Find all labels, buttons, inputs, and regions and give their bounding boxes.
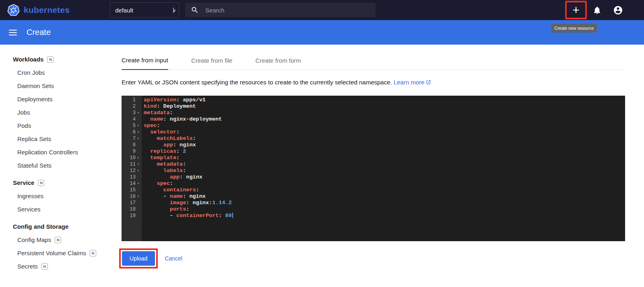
sidebar-item-deployments[interactable]: Deployments (0, 92, 111, 106)
fold-arrow-icon[interactable]: ▾ (136, 155, 141, 161)
upload-button[interactable]: Upload (122, 251, 155, 266)
namespace-selector[interactable]: default ▾ (110, 2, 179, 18)
search-input[interactable] (205, 7, 370, 14)
app-bar: Create (0, 20, 644, 45)
page-title: Create (27, 28, 51, 37)
sidebar: WorkloadsNCron JobsDaemon SetsDeployment… (0, 45, 111, 287)
line-number: 11▾ (122, 161, 142, 168)
tab-create-from-form[interactable]: Create from form (255, 57, 301, 70)
code-line: apiVersion: apps/v1 (144, 97, 625, 103)
code-line: kind: Deployment (144, 103, 625, 110)
form-actions: Upload Cancel (122, 248, 625, 269)
yaml-editor: 123▾45▾6▾7▾8910▾11▾12▾1314▾1516▾171819 a… (122, 96, 625, 241)
code-line: spec: (144, 123, 625, 129)
code-line: containers: (144, 187, 625, 193)
code-line: metadata: (144, 161, 625, 168)
fold-arrow-icon[interactable]: ▾ (136, 161, 141, 168)
text-cursor (232, 213, 233, 218)
sidebar-item-daemon-sets[interactable]: Daemon Sets (0, 79, 111, 92)
notifications-button[interactable] (592, 6, 602, 15)
add-resource-button[interactable]: + (567, 3, 585, 17)
line-number: 3▾ (122, 110, 142, 116)
content: WorkloadsNCron JobsDaemon SetsDeployment… (0, 45, 644, 287)
fold-arrow-icon[interactable]: ▾ (136, 135, 141, 142)
chevron-down-icon: ▾ (173, 8, 174, 13)
line-number: 15 (122, 187, 142, 193)
brand-home-link[interactable]: kubernetes (7, 4, 70, 16)
code-line: app: nginx (144, 142, 625, 148)
account-icon (613, 5, 623, 15)
fold-arrow-icon[interactable]: ▾ (136, 193, 141, 200)
code-line: metadata: (144, 110, 625, 116)
sidebar-item-persistent-volume-claims[interactable]: Persistent Volume ClaimsN (0, 246, 111, 260)
fold-arrow-icon[interactable]: ▾ (136, 123, 141, 129)
tab-create-from-input[interactable]: Create from input (122, 57, 168, 70)
namespaced-badge: N (41, 263, 48, 270)
code-line: spec: (144, 180, 625, 187)
kubernetes-logo-icon (7, 4, 20, 16)
sidebar-item-config-maps[interactable]: Config MapsN (0, 233, 111, 246)
external-link-icon (426, 79, 431, 86)
code-line: - containerPort: 80 (144, 213, 625, 219)
sidebar-item-replication-controllers[interactable]: Replication Controllers (0, 146, 111, 159)
search-box (185, 3, 376, 17)
code-line: - name: nginx (144, 193, 625, 200)
code-line: replicas: 2 (144, 148, 625, 155)
line-number: 10▾ (122, 155, 142, 161)
line-number: 5▾ (122, 123, 142, 129)
line-number: 4 (122, 116, 142, 123)
fold-arrow-icon[interactable]: ▾ (136, 180, 141, 187)
line-number: 18 (122, 206, 142, 213)
main-panel: Create from inputCreate from fileCreate … (111, 45, 644, 287)
sidebar-item-pods[interactable]: Pods (0, 119, 111, 132)
sidebar-item-jobs[interactable]: Jobs (0, 106, 111, 119)
line-number: 19 (122, 213, 142, 219)
sidebar-section-config-and-storage[interactable]: Config and Storage (0, 220, 111, 233)
top-bar: kubernetes default ▾ + (0, 0, 644, 20)
line-number: 12▾ (122, 168, 142, 174)
namespaced-badge: N (38, 180, 44, 186)
code-line: ports: (144, 206, 625, 213)
fold-arrow-icon[interactable]: ▾ (136, 168, 141, 174)
code-line: name: nginx-deployment (144, 116, 625, 123)
annotation-highlight-add-button: + (565, 1, 587, 19)
cancel-button[interactable]: Cancel (165, 255, 182, 262)
line-number: 13 (122, 174, 142, 180)
kubernetes-dashboard: kubernetes default ▾ + (0, 0, 644, 287)
code-line: template: (144, 155, 625, 161)
code-line: image: nginx:1.14.2 (144, 200, 625, 206)
account-button[interactable] (613, 5, 623, 15)
namespace-value: default (115, 7, 133, 14)
sidebar-item-replica-sets[interactable]: Replica Sets (0, 132, 111, 146)
line-number: 9 (122, 148, 142, 155)
sidebar-section-workloads[interactable]: WorkloadsN (0, 53, 111, 66)
hamburger-menu-icon[interactable] (8, 28, 18, 37)
sidebar-section-service[interactable]: ServiceN (0, 176, 111, 189)
line-number: 8 (122, 142, 142, 148)
code-line: labels: (144, 168, 625, 174)
line-number: 1 (122, 97, 142, 103)
fold-arrow-icon[interactable]: ▾ (136, 110, 141, 116)
fold-arrow-icon[interactable]: ▾ (136, 129, 141, 135)
sidebar-item-secrets[interactable]: SecretsN (0, 260, 111, 273)
top-bar-actions: + (565, 0, 623, 20)
namespaced-badge: N (55, 237, 61, 243)
sidebar-item-services[interactable]: Services (0, 203, 111, 216)
bell-icon (592, 6, 602, 15)
editor-code-area[interactable]: apiVersion: apps/v1kind: Deploymentmetad… (142, 96, 625, 241)
learn-more-link[interactable]: Learn more (394, 79, 431, 86)
line-number: 2 (122, 103, 142, 110)
tab-create-from-file[interactable]: Create from file (191, 57, 233, 70)
tooltip-create-new-resource: Create new resource (551, 24, 597, 33)
annotation-highlight-upload-button: Upload (119, 248, 158, 269)
sidebar-item-cron-jobs[interactable]: Cron Jobs (0, 66, 111, 79)
sidebar-nav: WorkloadsNCron JobsDaemon SetsDeployment… (0, 53, 111, 273)
line-number: 17 (122, 200, 142, 206)
code-line: app: nginx (144, 174, 625, 180)
namespaced-badge: N (47, 56, 54, 63)
line-number: 6▾ (122, 129, 142, 135)
editor-gutter: 123▾45▾6▾7▾8910▾11▾12▾1314▾1516▾171819 (122, 96, 142, 241)
sidebar-item-stateful-sets[interactable]: Stateful Sets (0, 159, 111, 172)
sidebar-item-ingresses[interactable]: Ingresses (0, 189, 111, 203)
plus-icon: + (572, 4, 580, 16)
